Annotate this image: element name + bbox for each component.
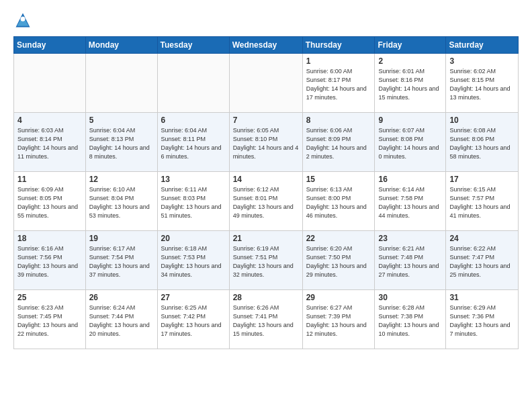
calendar-cell: 31Sunrise: 6:29 AM Sunset: 7:36 PM Dayli…: [446, 290, 519, 349]
cell-info: Sunrise: 6:13 AM Sunset: 8:00 PM Dayligh…: [306, 185, 371, 220]
calendar-header-row: SundayMondayTuesdayWednesdayThursdayFrid…: [14, 37, 519, 54]
calendar-cell: 24Sunrise: 6:22 AM Sunset: 7:47 PM Dayli…: [446, 231, 519, 290]
calendar-cell: 29Sunrise: 6:27 AM Sunset: 7:39 PM Dayli…: [302, 290, 375, 349]
calendar-cell: 19Sunrise: 6:17 AM Sunset: 7:54 PM Dayli…: [85, 231, 157, 290]
calendar-cell: [229, 54, 302, 113]
day-number: 2: [378, 56, 442, 66]
day-number: 30: [378, 293, 442, 302]
calendar-header-sunday: Sunday: [14, 37, 86, 54]
calendar-cell: 20Sunrise: 6:18 AM Sunset: 7:53 PM Dayli…: [157, 231, 229, 290]
calendar-cell: 27Sunrise: 6:25 AM Sunset: 7:42 PM Dayli…: [157, 290, 229, 349]
day-number: 22: [306, 234, 371, 243]
calendar-header-wednesday: Wednesday: [229, 37, 302, 54]
day-number: 7: [233, 116, 299, 125]
cell-info: Sunrise: 6:04 AM Sunset: 8:11 PM Dayligh…: [161, 126, 226, 161]
calendar-week-row: 18Sunrise: 6:16 AM Sunset: 7:56 PM Dayli…: [14, 231, 519, 290]
calendar-week-row: 25Sunrise: 6:23 AM Sunset: 7:45 PM Dayli…: [14, 290, 519, 349]
cell-info: Sunrise: 6:25 AM Sunset: 7:42 PM Dayligh…: [161, 304, 226, 338]
calendar-cell: 23Sunrise: 6:21 AM Sunset: 7:48 PM Dayli…: [375, 231, 446, 290]
calendar-cell: 6Sunrise: 6:04 AM Sunset: 8:11 PM Daylig…: [157, 113, 229, 172]
calendar-cell: 30Sunrise: 6:28 AM Sunset: 7:38 PM Dayli…: [375, 290, 446, 349]
day-number: 26: [89, 293, 154, 302]
calendar-cell: 22Sunrise: 6:20 AM Sunset: 7:50 PM Dayli…: [302, 231, 375, 290]
calendar-header-saturday: Saturday: [446, 37, 519, 54]
header: [13, 11, 519, 30]
calendar-cell: 15Sunrise: 6:13 AM Sunset: 8:00 PM Dayli…: [302, 172, 375, 231]
cell-info: Sunrise: 6:17 AM Sunset: 7:54 PM Dayligh…: [89, 244, 154, 279]
day-number: 24: [449, 234, 515, 243]
day-number: 9: [378, 116, 442, 125]
day-number: 17: [449, 175, 515, 184]
cell-info: Sunrise: 6:03 AM Sunset: 8:14 PM Dayligh…: [17, 126, 82, 161]
calendar-cell: 4Sunrise: 6:03 AM Sunset: 8:14 PM Daylig…: [14, 113, 86, 172]
cell-info: Sunrise: 6:16 AM Sunset: 7:56 PM Dayligh…: [17, 244, 82, 279]
calendar: SundayMondayTuesdayWednesdayThursdayFrid…: [13, 36, 519, 349]
calendar-cell: 25Sunrise: 6:23 AM Sunset: 7:45 PM Dayli…: [14, 290, 86, 349]
cell-info: Sunrise: 6:06 AM Sunset: 8:09 PM Dayligh…: [306, 126, 371, 161]
cell-info: Sunrise: 6:18 AM Sunset: 7:53 PM Dayligh…: [161, 244, 226, 279]
calendar-header-tuesday: Tuesday: [157, 37, 229, 54]
calendar-cell: [14, 54, 86, 113]
day-number: 19: [89, 234, 154, 243]
cell-info: Sunrise: 6:11 AM Sunset: 8:03 PM Dayligh…: [161, 185, 226, 220]
day-number: 5: [89, 116, 154, 125]
calendar-header-monday: Monday: [85, 37, 157, 54]
cell-info: Sunrise: 6:04 AM Sunset: 8:13 PM Dayligh…: [89, 126, 154, 161]
calendar-cell: 16Sunrise: 6:14 AM Sunset: 7:58 PM Dayli…: [375, 172, 446, 231]
cell-info: Sunrise: 6:19 AM Sunset: 7:51 PM Dayligh…: [233, 244, 299, 279]
calendar-cell: 11Sunrise: 6:09 AM Sunset: 8:05 PM Dayli…: [14, 172, 86, 231]
day-number: 28: [233, 293, 299, 302]
calendar-cell: 26Sunrise: 6:24 AM Sunset: 7:44 PM Dayli…: [85, 290, 157, 349]
cell-info: Sunrise: 6:24 AM Sunset: 7:44 PM Dayligh…: [89, 304, 154, 338]
cell-info: Sunrise: 6:08 AM Sunset: 8:06 PM Dayligh…: [449, 126, 515, 161]
day-number: 14: [233, 175, 299, 184]
cell-info: Sunrise: 6:12 AM Sunset: 8:01 PM Dayligh…: [233, 185, 299, 220]
cell-info: Sunrise: 6:15 AM Sunset: 7:57 PM Dayligh…: [449, 185, 515, 220]
cell-info: Sunrise: 6:09 AM Sunset: 8:05 PM Dayligh…: [17, 185, 82, 220]
day-number: 15: [306, 175, 371, 184]
day-number: 10: [449, 116, 515, 125]
day-number: 3: [449, 56, 515, 66]
day-number: 18: [17, 234, 82, 243]
day-number: 25: [17, 293, 82, 302]
calendar-cell: 10Sunrise: 6:08 AM Sunset: 8:06 PM Dayli…: [446, 113, 519, 172]
day-number: 13: [161, 175, 226, 184]
day-number: 16: [378, 175, 442, 184]
day-number: 21: [233, 234, 299, 243]
calendar-cell: [157, 54, 229, 113]
calendar-cell: 28Sunrise: 6:26 AM Sunset: 7:41 PM Dayli…: [229, 290, 302, 349]
day-number: 4: [17, 116, 82, 125]
calendar-cell: 2Sunrise: 6:01 AM Sunset: 8:16 PM Daylig…: [375, 54, 446, 113]
calendar-cell: 18Sunrise: 6:16 AM Sunset: 7:56 PM Dayli…: [14, 231, 86, 290]
calendar-header-friday: Friday: [375, 37, 446, 54]
calendar-cell: 3Sunrise: 6:02 AM Sunset: 8:15 PM Daylig…: [446, 54, 519, 113]
cell-info: Sunrise: 6:20 AM Sunset: 7:50 PM Dayligh…: [306, 244, 371, 279]
calendar-week-row: 1Sunrise: 6:00 AM Sunset: 8:17 PM Daylig…: [14, 54, 519, 113]
day-number: 8: [306, 116, 371, 125]
cell-info: Sunrise: 6:05 AM Sunset: 8:10 PM Dayligh…: [233, 126, 299, 161]
cell-info: Sunrise: 6:00 AM Sunset: 8:17 PM Dayligh…: [306, 67, 371, 102]
cell-info: Sunrise: 6:01 AM Sunset: 8:16 PM Dayligh…: [378, 67, 442, 102]
logo-icon: [13, 11, 32, 30]
calendar-cell: 1Sunrise: 6:00 AM Sunset: 8:17 PM Daylig…: [302, 54, 375, 113]
day-number: 27: [161, 293, 226, 302]
calendar-cell: 7Sunrise: 6:05 AM Sunset: 8:10 PM Daylig…: [229, 113, 302, 172]
day-number: 12: [89, 175, 154, 184]
day-number: 1: [306, 56, 371, 66]
day-number: 20: [161, 234, 226, 243]
cell-info: Sunrise: 6:02 AM Sunset: 8:15 PM Dayligh…: [449, 67, 515, 102]
cell-info: Sunrise: 6:28 AM Sunset: 7:38 PM Dayligh…: [378, 304, 442, 338]
day-number: 6: [161, 116, 226, 125]
day-number: 31: [449, 293, 515, 302]
cell-info: Sunrise: 6:23 AM Sunset: 7:45 PM Dayligh…: [17, 304, 82, 338]
day-number: 29: [306, 293, 371, 302]
cell-info: Sunrise: 6:27 AM Sunset: 7:39 PM Dayligh…: [306, 304, 371, 338]
calendar-cell: 14Sunrise: 6:12 AM Sunset: 8:01 PM Dayli…: [229, 172, 302, 231]
calendar-cell: [85, 54, 157, 113]
cell-info: Sunrise: 6:29 AM Sunset: 7:36 PM Dayligh…: [449, 304, 515, 338]
cell-info: Sunrise: 6:07 AM Sunset: 8:08 PM Dayligh…: [378, 126, 442, 161]
cell-info: Sunrise: 6:26 AM Sunset: 7:41 PM Dayligh…: [233, 304, 299, 338]
calendar-cell: 17Sunrise: 6:15 AM Sunset: 7:57 PM Dayli…: [446, 172, 519, 231]
calendar-header-thursday: Thursday: [302, 37, 375, 54]
cell-info: Sunrise: 6:14 AM Sunset: 7:58 PM Dayligh…: [378, 185, 442, 220]
